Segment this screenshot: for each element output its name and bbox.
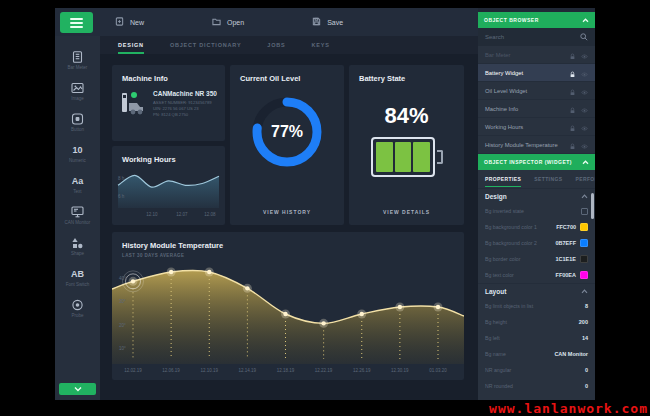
layout-section-header[interactable]: Layout <box>478 283 595 298</box>
lock-icon[interactable] <box>569 46 576 64</box>
bar-meter-icon <box>71 50 85 63</box>
open-button[interactable]: Open <box>212 17 244 27</box>
view-details-link[interactable]: VIEW DETAILS <box>349 209 464 215</box>
working-hours-card[interactable]: Working Hours 8 h6 h12.1012.0712.08 <box>112 146 225 225</box>
design-rows: Bg inverted stateBg background color 1FF… <box>478 203 595 283</box>
browser-item-bar-meter[interactable]: Bar Meter <box>478 46 595 64</box>
oil-level-value: 77% <box>250 95 324 169</box>
property-row[interactable]: Bg limit objects in list8 <box>478 298 595 314</box>
battery-value: 84% <box>349 103 464 129</box>
tab-object-dictionary[interactable]: OBJECT DICTIONARY <box>170 36 241 54</box>
color-swatch[interactable] <box>580 271 588 279</box>
machine-detail-line: PN: 8124 QB 2750 <box>153 112 217 118</box>
lock-icon[interactable] <box>569 118 576 136</box>
property-row[interactable]: Bg border color1C1E1E <box>478 251 595 267</box>
object-browser-header[interactable]: OBJECT BROWSER <box>478 12 595 28</box>
color-swatch[interactable] <box>580 255 588 263</box>
tab-jobs[interactable]: JOBS <box>267 36 285 54</box>
property-row[interactable]: Bg text colorFF00EA <box>478 267 595 283</box>
browser-item-battery-widget[interactable]: Battery Widget <box>478 64 595 82</box>
button-icon <box>71 112 85 125</box>
property-row[interactable]: Bg left14 <box>478 330 595 346</box>
property-row[interactable]: NR angular0 <box>478 362 595 378</box>
browser-item-machine-info[interactable]: Machine Info <box>478 100 595 118</box>
shape-icon <box>71 236 85 249</box>
machine-info-card[interactable]: Machine Info CANMachine NR 350 <box>112 65 225 141</box>
tool-font-switch[interactable]: ABFont Switch <box>55 267 100 287</box>
save-button[interactable]: Save <box>312 17 343 27</box>
property-row[interactable]: Bg inverted state <box>478 203 595 219</box>
history-xtick: 12.22.19 <box>309 368 339 373</box>
app-window: NewOpenSave DESIGNOBJECT DICTIONARYJOBSK… <box>55 8 595 400</box>
dashboard-canvas: Machine Info CANMachine NR 350 <box>100 54 478 400</box>
font-switch-icon: AB <box>71 267 85 280</box>
image-icon <box>71 81 85 94</box>
probe-icon <box>71 298 85 311</box>
tool-can-monitor[interactable]: CAN Monitor <box>55 205 100 225</box>
battery-state-card[interactable]: Battery State 84% VIEW DETAILS <box>349 65 464 225</box>
inspector-tab-settings[interactable]: SETTINGS <box>534 170 562 188</box>
checkbox[interactable] <box>581 208 588 215</box>
working-hours-ytick: 6 h <box>118 194 124 199</box>
lock-icon[interactable] <box>569 136 576 154</box>
lock-icon[interactable] <box>569 100 576 118</box>
lock-icon[interactable] <box>569 82 576 100</box>
inspector-tab-properties[interactable]: PROPERTIES <box>485 170 521 188</box>
working-hours-ytick: 8 h <box>118 176 124 181</box>
tool-probe[interactable]: Probe <box>55 298 100 318</box>
text-icon: Aa <box>71 174 85 187</box>
eye-icon[interactable] <box>581 64 588 82</box>
eye-icon[interactable] <box>581 100 588 118</box>
eye-icon[interactable] <box>581 118 588 136</box>
scrollbar[interactable] <box>591 193 594 219</box>
collapse-button[interactable] <box>59 383 96 395</box>
eye-icon[interactable] <box>581 136 588 154</box>
working-hours-xtick: 12.07 <box>170 212 194 217</box>
property-row[interactable]: NR rounded0 <box>478 378 595 394</box>
design-section-header[interactable]: Design <box>478 188 595 203</box>
history-temperature-chart <box>112 232 464 380</box>
object-inspector-header[interactable]: OBJECT INSPECTOR (WIDGET) <box>478 154 595 170</box>
lock-icon[interactable] <box>569 64 576 82</box>
layout-rows: Bg limit objects in list8Bg height200Bg … <box>478 298 595 394</box>
eye-icon[interactable] <box>581 46 588 64</box>
history-xtick: 12.26.19 <box>347 368 377 373</box>
tool-button[interactable]: Button <box>55 112 100 132</box>
history-ytick: 10° <box>119 346 126 351</box>
property-row[interactable]: Bg nameCAN Monitor <box>478 346 595 362</box>
history-temperature-card[interactable]: History Module Temperature LAST 30 DAYS … <box>112 232 464 380</box>
tool-text[interactable]: AaText <box>55 174 100 194</box>
toolbar-buttons: NewOpenSave <box>115 8 343 36</box>
new-button[interactable]: New <box>115 17 144 27</box>
machine-info-title: Machine Info <box>112 65 225 83</box>
property-row[interactable]: Bg background color 20B7EFF <box>478 235 595 251</box>
tool-shape[interactable]: Shape <box>55 236 100 256</box>
object-inspector-title: OBJECT INSPECTOR (WIDGET) <box>484 159 572 165</box>
battery-bar <box>376 142 393 172</box>
search-input[interactable]: Search <box>478 28 595 46</box>
browser-item-working-hours[interactable]: Working Hours <box>478 118 595 136</box>
chevron-up-icon <box>581 289 588 294</box>
chevron-down-icon <box>74 386 82 392</box>
menu-button[interactable] <box>60 12 93 33</box>
tab-keys[interactable]: KEYS <box>312 36 330 54</box>
tool-numeric[interactable]: 10Numeric <box>55 143 100 163</box>
eye-icon[interactable] <box>581 82 588 100</box>
battery-icon <box>371 137 443 179</box>
color-swatch[interactable] <box>580 223 588 231</box>
browser-item-oil-level-widget[interactable]: Oil Level Widget <box>478 82 595 100</box>
can-monitor-icon <box>71 205 85 218</box>
tab-design[interactable]: DESIGN <box>118 36 144 54</box>
inspector-tab-performance[interactable]: PERFORMANCE <box>575 170 595 188</box>
view-history-link[interactable]: VIEW HISTORY <box>230 209 344 215</box>
property-row[interactable]: Bg height200 <box>478 314 595 330</box>
history-xtick: 01.03.20 <box>423 368 453 373</box>
browser-item-history-module-temperature[interactable]: History Module Temperature <box>478 136 595 154</box>
history-xtick: 12.10.19 <box>194 368 224 373</box>
tool-image[interactable]: Image <box>55 81 100 101</box>
oil-level-card[interactable]: Current Oil Level 77% VIEW HISTORY <box>230 65 344 225</box>
color-swatch[interactable] <box>580 239 588 247</box>
tool-bar-meter[interactable]: Bar Meter <box>55 50 100 70</box>
history-xtick: 12.30.19 <box>385 368 415 373</box>
property-row[interactable]: Bg background color 1FFC700 <box>478 219 595 235</box>
